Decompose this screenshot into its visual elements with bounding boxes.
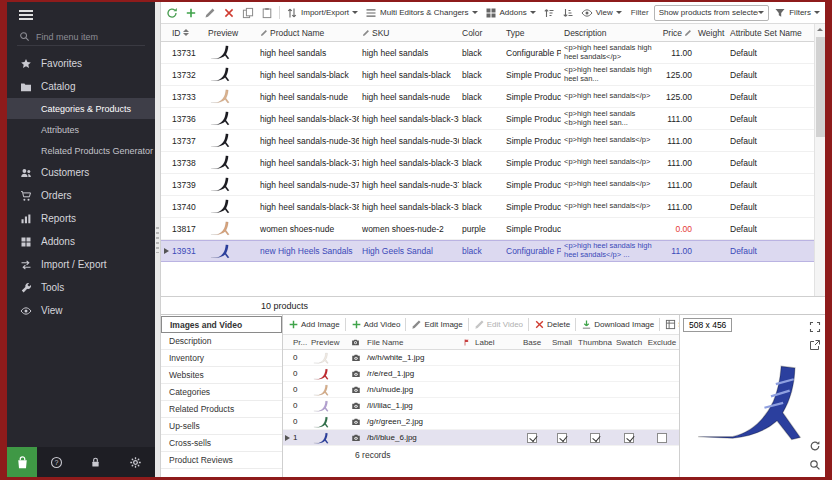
tab-related-products[interactable]: Related Products	[161, 401, 282, 418]
col-type[interactable]: Type	[503, 28, 561, 38]
tab-websites[interactable]: Websites	[161, 367, 282, 384]
edit-product-button[interactable]	[202, 5, 218, 21]
products-scrollbar[interactable]	[814, 24, 825, 296]
col-small[interactable]: Small	[547, 338, 577, 347]
product-row[interactable]: 13732 high heel sandals-black high heel …	[161, 64, 825, 86]
tab-cross-sells[interactable]: Cross-sells	[161, 435, 282, 452]
exclude-checkbox[interactable]	[657, 433, 667, 443]
copy-button[interactable]	[240, 5, 256, 21]
col-price[interactable]: Price	[655, 28, 695, 38]
images-count: 6 records	[283, 448, 679, 462]
product-row[interactable]: 13738 high heel sandals-black-37 high he…	[161, 152, 825, 174]
col-id[interactable]: ID	[169, 28, 205, 38]
edit-video-button[interactable]: Edit Video	[472, 318, 525, 331]
category-filter-select[interactable]: Show products from selected categories	[654, 5, 770, 21]
delete-image-button[interactable]: Delete	[532, 318, 572, 331]
small-checkbox[interactable]	[557, 433, 567, 443]
col-base[interactable]: Base	[517, 338, 547, 347]
tab-up-sells[interactable]: Up-sells	[161, 418, 282, 435]
help-button[interactable]: ?	[37, 456, 76, 469]
sidebar-item-import-export[interactable]: Import / Export	[7, 253, 155, 276]
download-image-button[interactable]: Download Image	[579, 318, 656, 331]
tab-product-reviews[interactable]: Product Reviews	[161, 452, 282, 469]
open-external-icon[interactable]	[809, 337, 822, 350]
tab-images-and-video[interactable]: Images and Video	[161, 316, 282, 333]
product-row[interactable]: 13817 women shoes-nude women shoes-nude-…	[161, 218, 825, 240]
product-row[interactable]: 13731 high heel sandals high heel sandal…	[161, 42, 825, 64]
menu-icon[interactable]	[7, 2, 155, 27]
tab-description[interactable]: Description	[161, 333, 282, 350]
product-row[interactable]: 13736 high heel sandals-black-36 high he…	[161, 108, 825, 130]
sidebar-item-favorites[interactable]: Favorites	[7, 52, 155, 75]
tab-categories[interactable]: Categories	[161, 384, 282, 401]
filters-dropdown[interactable]: Filters	[772, 5, 822, 21]
image-row[interactable]: 0 /l/i/lilac_1.jpg	[283, 398, 679, 414]
settings-button[interactable]	[116, 456, 155, 469]
col-file-name[interactable]: File Name	[365, 338, 461, 347]
edit-icon	[684, 29, 692, 37]
sort-desc-button[interactable]	[560, 5, 576, 21]
col-attribute-set[interactable]: Attribute Set Name	[727, 28, 814, 38]
addons-dropdown[interactable]: Addons	[483, 5, 538, 21]
image-row[interactable]: 0 /w/h/white_1.jpg	[283, 350, 679, 366]
swatch-checkbox[interactable]	[624, 433, 634, 443]
sidebar-item-catalog[interactable]: Catalog	[7, 75, 155, 98]
product-row[interactable]: 13737 high heel sandals-nude-36 high hee…	[161, 130, 825, 152]
import-export-dropdown[interactable]: Import/Export	[284, 5, 360, 21]
add-video-button[interactable]: Add Video	[349, 318, 403, 331]
view-dropdown[interactable]: View	[579, 5, 624, 21]
rotate-icon[interactable]	[809, 438, 822, 451]
sidebar-item-view[interactable]: View	[7, 299, 155, 322]
col-sku[interactable]: SKU	[359, 28, 459, 38]
image-row[interactable]: 0 /r/e/red_1.jpg	[283, 366, 679, 382]
add-product-button[interactable]	[183, 5, 199, 21]
multi-editors-dropdown[interactable]: Multi Editors & Changers	[363, 5, 479, 21]
scrollbar-thumb[interactable]	[816, 37, 825, 137]
sidebar-item-orders[interactable]: Orders	[7, 184, 155, 207]
sidebar-item-categories-products[interactable]: Categories & Products	[7, 98, 155, 119]
delete-product-button[interactable]	[221, 5, 237, 21]
product-row[interactable]: 13733 high heel sandals-nude high heel s…	[161, 86, 825, 108]
col-swatch[interactable]: Swatch	[613, 338, 645, 347]
col-label[interactable]: Label	[473, 338, 517, 347]
col-description[interactable]: Description	[561, 28, 655, 38]
product-row[interactable]: 13740 high heel sandals-black-38 high he…	[161, 196, 825, 218]
sidebar-item-tools[interactable]: Tools	[7, 276, 155, 299]
col-priority[interactable]: Pr...	[291, 338, 309, 347]
col-preview[interactable]: Preview	[205, 28, 257, 38]
paste-button[interactable]	[259, 5, 275, 21]
set-resize-rule-button[interactable]: Set Resize Rule	[663, 318, 679, 331]
col-color[interactable]: Color	[459, 28, 503, 38]
base-checkbox[interactable]	[527, 433, 537, 443]
lock-button[interactable]	[76, 456, 115, 469]
col-exclude[interactable]: Exclude	[645, 338, 679, 347]
col-weight[interactable]: Weight	[695, 28, 727, 38]
image-row[interactable]: 0 /n/u/nude.jpg	[283, 382, 679, 398]
edit-image-button[interactable]: Edit Image	[409, 318, 464, 331]
col-product-name[interactable]: Product Name	[257, 28, 359, 38]
image-preview-panel: 508 x 456	[680, 315, 825, 477]
refresh-button[interactable]	[164, 5, 180, 21]
image-row[interactable]: 1 /b/l/blue_6.jpg	[283, 430, 679, 446]
scroll-up-icon[interactable]	[815, 24, 825, 35]
product-row[interactable]: 13739 high heel sandals-nude-37 high hee…	[161, 174, 825, 196]
product-row[interactable]: 13931 new High Heels Sandals High Geels …	[161, 240, 825, 262]
zoom-icon[interactable]	[809, 457, 822, 470]
col-image-preview[interactable]: Preview	[309, 338, 349, 347]
thumbnail-checkbox[interactable]	[590, 433, 600, 443]
col-thumbnail[interactable]: Thumbna	[577, 338, 613, 347]
eye-icon	[581, 7, 593, 19]
image-priority: 0	[291, 417, 309, 426]
search-input[interactable]	[36, 32, 136, 42]
sidebar-item-attributes[interactable]: Attributes	[7, 119, 155, 140]
store-button[interactable]	[7, 447, 37, 477]
add-image-button[interactable]: Add Image	[286, 318, 342, 331]
sidebar-item-addons[interactable]: Addons	[7, 230, 155, 253]
sidebar-item-related-products-generator[interactable]: Related Products Generator	[7, 140, 155, 161]
tab-inventory[interactable]: Inventory	[161, 350, 282, 367]
image-row[interactable]: 0 /g/r/green_2.jpg	[283, 414, 679, 430]
sidebar-item-reports[interactable]: Reports	[7, 207, 155, 230]
sidebar-item-customers[interactable]: Customers	[7, 161, 155, 184]
fullscreen-icon[interactable]	[809, 319, 822, 332]
sort-asc-button[interactable]	[541, 5, 557, 21]
